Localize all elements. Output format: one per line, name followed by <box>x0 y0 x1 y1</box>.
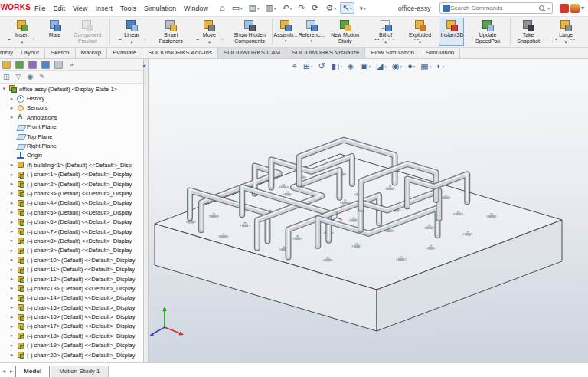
expand-arrow-icon[interactable]: ▸ <box>9 323 15 329</box>
open-icon[interactable]: ▭▾ <box>230 2 245 14</box>
displaymanager-tab-icon[interactable] <box>54 61 63 69</box>
ribbon-button[interactable]: Mate <box>43 18 67 46</box>
ribbon-button[interactable]: Show Hidden Components <box>229 18 270 46</box>
menu-item[interactable]: File <box>31 5 50 12</box>
apply-scene-icon[interactable]: ▦▾ <box>420 62 431 70</box>
tree-item[interactable]: Front Plane <box>0 123 143 132</box>
select-cursor-icon[interactable]: ↖▾ <box>340 2 354 14</box>
ribbon-button[interactable]: Exploded View ▾ <box>403 18 436 46</box>
tree-item[interactable]: ▸ (-) chair<17> (Default) <<Default>_Dis… <box>0 322 143 331</box>
ribbon-button[interactable]: New Motion Study <box>325 18 365 46</box>
command-tab[interactable]: SOLIDWORKS Add-Ins <box>142 48 218 58</box>
undo-icon[interactable]: ↶▾ <box>279 2 294 14</box>
search-box[interactable]: ▾ <box>439 2 553 14</box>
tree-item[interactable]: Top Plane <box>0 132 143 141</box>
ribbon-button[interactable]: Update SpeedPak Subassemblies <box>466 18 508 46</box>
expand-arrow-icon[interactable]: ▸ <box>9 238 15 244</box>
tree-item[interactable]: ▸ (-) chair<12> (Default) <<Default>_Dis… <box>0 274 143 284</box>
tree-item[interactable]: Origin <box>0 151 143 160</box>
command-tab[interactable]: SOLIDWORKS Visualize <box>286 48 365 58</box>
command-tab[interactable]: Assembly <box>0 48 15 58</box>
expand-arrow-icon[interactable]: ▸ <box>9 181 15 187</box>
tree-item[interactable]: ▸ (-) chair<1> (Default) <<Default>_Disp… <box>0 170 143 179</box>
hide-show-items-icon[interactable]: ◉▾ <box>392 62 402 70</box>
tree-item[interactable]: ▸ Annotations <box>0 113 143 122</box>
tree-item[interactable]: ▸ (-) chair<10> (Default) <<Default>_Dis… <box>0 255 143 264</box>
tree-item[interactable]: ▸ (-) chair<20> (Default) <<Default>_Dis… <box>0 350 143 359</box>
tree-item[interactable]: ▸ (-) chair<9> (Default) <<Default>_Disp… <box>0 246 143 255</box>
command-tab[interactable]: Evaluate <box>107 48 142 58</box>
tree-item[interactable]: ▸ (-) chair<7> (Default) <<Default>_Disp… <box>0 227 143 236</box>
edit-appearance-quick-icon[interactable]: ◑▾ <box>356 2 368 14</box>
tree-item[interactable]: ▸ (-) chair<4> (Default) <<Default>_Disp… <box>0 198 143 208</box>
tree-item[interactable]: ▸ (-) chair<18> (Default) <<Default>_Dis… <box>0 331 143 340</box>
annotate-tree-icon[interactable]: ✎ <box>39 74 45 80</box>
graphics-area[interactable]: ⌖ ⊞▾ ↺ ◧▾ ◈ ▣▾ ◪▾ <box>149 59 588 362</box>
menu-item[interactable]: Edit <box>50 5 70 12</box>
panel-collapse-arrow-icon[interactable]: ◂ <box>142 63 145 69</box>
expand-arrow-icon[interactable]: ▸ <box>9 276 15 282</box>
expand-arrow-icon[interactable]: ▸ <box>9 96 15 102</box>
tab-scroll-right-icon[interactable]: ▸ <box>8 368 15 377</box>
expand-arrow-icon[interactable]: ▸ <box>9 190 15 196</box>
corner-caret-icon[interactable]: ▾ <box>581 4 584 13</box>
section-view-icon[interactable]: ◧▾ <box>332 62 342 70</box>
tree-item[interactable]: ▸ Sensors <box>0 103 143 113</box>
ribbon-button[interactable]: Linear Component Pattern ▾ <box>109 18 152 46</box>
zoom-fit-icon[interactable]: ⌖ <box>292 62 298 70</box>
command-tab[interactable]: Simulation <box>420 48 460 58</box>
tree-item[interactable]: ▸ (-) chair<8> (Default) <<Default>_Disp… <box>0 236 143 245</box>
tree-item[interactable]: ▸ (-) chair<5> (Default) <<Default>_Disp… <box>0 208 143 217</box>
display-style-icon[interactable]: ◪▾ <box>376 62 387 70</box>
propertymanager-tab-icon[interactable] <box>15 61 24 69</box>
ribbon-button[interactable]: Smart Fasteners <box>152 18 190 46</box>
command-tab[interactable]: Markup <box>76 48 108 58</box>
expand-arrow-icon[interactable]: ▸ <box>9 172 15 178</box>
pane-flyout-icon[interactable]: » <box>67 61 76 69</box>
command-tab[interactable]: Flow Simulation <box>365 48 420 58</box>
redo-icon[interactable]: ↷ <box>296 2 308 14</box>
ribbon-button[interactable]: Instant3D <box>439 18 465 46</box>
tab-scroll-left-icon[interactable]: ◂ <box>0 368 8 377</box>
community-icon[interactable] <box>570 4 580 13</box>
show-hide-tree-icon[interactable]: ◉ <box>27 74 33 80</box>
tree-item[interactable]: ▸ (-) chair<2> (Default) <<Default>_Disp… <box>0 179 143 188</box>
edit-appearance-icon[interactable]: ●▾ <box>407 62 415 70</box>
expand-arrow-icon[interactable]: ▸ <box>9 333 15 339</box>
expand-arrow-icon[interactable]: ▸ <box>9 228 15 234</box>
search-caret-icon[interactable]: ▾ <box>547 6 550 11</box>
model-tab[interactable]: Model <box>15 366 50 377</box>
tree-item[interactable]: ▸ (-) chair<15> (Default) <<Default>_Dis… <box>0 303 143 312</box>
tree-item[interactable]: ▾ office-assy (Default) <Display State-1… <box>0 84 143 93</box>
expand-arrow-icon[interactable]: ▸ <box>9 267 15 273</box>
tree-item[interactable]: ▸ (-) chair<6> (Default) <<Default>_Disp… <box>0 217 143 226</box>
ribbon-button[interactable]: Move Component ▾ <box>190 18 230 46</box>
expand-arrow-icon[interactable]: ▸ <box>9 257 15 263</box>
resources-flag-icon[interactable] <box>560 4 569 13</box>
ribbon-button[interactable]: Large Assembly Settings ▾ <box>545 18 586 46</box>
menu-item[interactable]: View <box>69 5 91 12</box>
menu-item[interactable]: Tools <box>116 5 140 12</box>
ribbon-button[interactable]: Take Snapshot <box>510 18 545 46</box>
featuremanager-tab-icon[interactable] <box>2 61 11 69</box>
search-icon[interactable] <box>539 5 544 11</box>
expand-arrow-icon[interactable]: ▸ <box>9 162 15 168</box>
home-icon[interactable]: ⌂ <box>217 2 228 14</box>
expand-arrow-icon[interactable]: ▸ <box>9 114 15 120</box>
zoom-area-icon[interactable]: ⊞▾ <box>303 62 313 70</box>
options-icon[interactable]: ⚙▾ <box>324 2 338 14</box>
tree-item[interactable]: Right Plane <box>0 141 143 150</box>
expand-arrow-icon[interactable]: ▸ <box>9 304 15 310</box>
expand-arrow-icon[interactable]: ▸ <box>9 105 15 111</box>
ribbon-button[interactable]: Component Preview Window <box>67 18 109 46</box>
tree-item[interactable]: ▸ (-) chair<19> (Default) <<Default>_Dis… <box>0 341 143 350</box>
command-tab[interactable]: Layout <box>15 48 45 58</box>
tree-item[interactable]: ▸ (-) chair<3> (Default) <<Default>_Disp… <box>0 188 143 198</box>
search-input[interactable] <box>450 5 539 11</box>
display-pane-icon[interactable]: ◫ <box>3 74 10 80</box>
expand-arrow-icon[interactable]: ▸ <box>9 314 15 320</box>
ribbon-button[interactable]: Bill of Materials ▾ <box>367 18 403 46</box>
configurationmanager-tab-icon[interactable] <box>28 61 37 69</box>
view-orientation-icon[interactable]: ▣▾ <box>360 62 371 70</box>
ribbon-button[interactable]: Referenc... ▾ <box>298 18 325 46</box>
